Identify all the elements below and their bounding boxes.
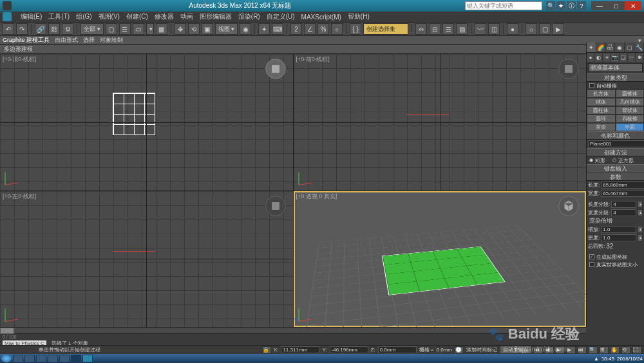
layers-icon[interactable]: ☰ — [442, 23, 454, 35]
taskbar-app-icon[interactable] — [48, 355, 58, 362]
viewport-perspective[interactable]: [+0 透视 0 真实] — [294, 191, 587, 328]
density-input[interactable] — [601, 234, 636, 241]
primitive-pyramid[interactable]: 四棱锥 — [616, 115, 645, 123]
coord-y-input[interactable] — [330, 346, 368, 353]
link-icon[interactable]: 🔗 — [35, 23, 46, 35]
tab-create-icon[interactable]: ✦ — [587, 42, 596, 52]
clock-time[interactable]: 10:45 — [601, 356, 614, 362]
scale-icon[interactable]: ▣ — [202, 23, 213, 35]
radio-rectangle[interactable] — [589, 158, 593, 162]
maximize-vp-icon[interactable]: ⛶ — [632, 346, 641, 354]
radio-square[interactable] — [612, 158, 616, 162]
redo-icon[interactable]: ↷ — [16, 23, 28, 35]
select-region-dropdown[interactable]: ▾ — [146, 23, 154, 35]
time-slider-handle[interactable] — [0, 328, 14, 334]
manipulate-icon[interactable]: ✦ — [258, 23, 270, 35]
section-name-color[interactable]: 名称和颜色 — [587, 131, 644, 140]
tab-utilities-icon[interactable]: 🔧 — [634, 42, 644, 52]
rendered-frame-icon[interactable]: ▢ — [539, 23, 551, 35]
viewport-persp-label[interactable]: [+0 透视 0 真实] — [296, 192, 337, 201]
tab-display-icon[interactable]: ▢ — [625, 42, 634, 52]
spinner-icon[interactable]: ▴ — [638, 201, 643, 208]
tray-icon[interactable]: ▲ — [594, 356, 599, 362]
section-keyboard-entry[interactable]: 键盘输入 — [587, 164, 644, 172]
menu-graph-editors[interactable]: 图形编辑器 — [200, 12, 232, 21]
ribbon-tab-selection[interactable]: 选择 — [83, 36, 95, 44]
primitive-teapot[interactable]: 茶壶 — [587, 123, 616, 131]
spinner-icon[interactable]: ▴ — [638, 234, 643, 241]
section-create-method[interactable]: 创建方法 — [587, 148, 644, 156]
maximize-button[interactable]: □ — [608, 1, 625, 10]
menu-modifiers[interactable]: 修改器 — [155, 12, 174, 21]
render-setup-icon[interactable]: ☼ — [526, 23, 537, 35]
info-icon[interactable]: ⓘ — [567, 1, 576, 10]
viewport-front[interactable]: [+0·前0·线框] — [294, 54, 587, 191]
primitive-tube[interactable]: 管状体 — [616, 106, 645, 115]
primitive-cylinder[interactable]: 圆柱体 — [587, 106, 616, 115]
goto-end-icon[interactable]: ⏭ — [578, 346, 587, 354]
zoom-all-icon[interactable]: ⊞ — [600, 346, 609, 354]
spinner-snap-icon[interactable]: ⟐ — [331, 23, 343, 35]
subtab-lights-icon[interactable]: ☀ — [603, 53, 611, 62]
taskbar-app-icon[interactable] — [36, 355, 46, 362]
select-icon[interactable]: ▢ — [106, 23, 117, 35]
mirror-icon[interactable]: ⇔ — [415, 23, 427, 35]
category-dropdown[interactable]: 标准基本体 — [588, 63, 643, 72]
subtab-systems-icon[interactable]: ✱ — [636, 53, 644, 62]
subtab-helpers-icon[interactable]: ❏ — [620, 53, 628, 62]
primitive-sphere[interactable]: 球体 — [587, 98, 616, 106]
ribbon-tab-graphite[interactable]: Graphite 建模工具 — [3, 36, 50, 44]
tab-motion-icon[interactable]: ◉ — [615, 42, 625, 52]
unlink-icon[interactable]: ⛓ — [48, 23, 60, 35]
primitive-torus[interactable]: 圆环 — [587, 115, 616, 123]
orbit-icon[interactable]: ⟲ — [621, 346, 630, 354]
lock-icon[interactable]: 🔒 — [262, 346, 271, 354]
menu-animation[interactable]: 动画 — [180, 12, 193, 21]
close-button[interactable]: ✕ — [625, 1, 641, 10]
keyboard-shortcut-icon[interactable]: ⌨ — [272, 23, 283, 35]
select-by-name-icon[interactable]: ☰ — [119, 23, 131, 35]
material-editor-icon[interactable]: ● — [507, 23, 518, 35]
viewport-front-label[interactable]: [+0·前0·线框] — [296, 55, 330, 64]
curve-editor-icon[interactable]: 〰 — [475, 23, 486, 35]
menu-help[interactable]: 帮助(H) — [348, 12, 370, 21]
primitive-box[interactable]: 长方体 — [587, 89, 616, 98]
coord-x-input[interactable] — [281, 346, 319, 353]
section-parameters[interactable]: 参数 — [587, 172, 644, 181]
search-icon[interactable]: 🔍 — [546, 1, 555, 10]
add-time-tag-button[interactable]: 添加时间标记 — [466, 346, 497, 353]
gen-mapping-checkbox[interactable] — [589, 254, 594, 259]
viewport-left-label[interactable]: [+0·左0·线框] — [3, 192, 36, 201]
subtab-space-warps-icon[interactable]: 〰 — [628, 53, 636, 62]
help-search-input[interactable] — [465, 1, 542, 10]
named-sel-set-icon[interactable]: { } — [350, 23, 361, 35]
use-center-icon[interactable]: ◉ — [240, 23, 251, 35]
primitive-plane[interactable]: 平面 — [616, 123, 645, 131]
minimize-button[interactable]: — — [591, 1, 608, 10]
tab-hierarchy-icon[interactable]: 品 — [606, 42, 616, 52]
length-input[interactable] — [601, 182, 644, 189]
render-icon[interactable]: ▶ — [553, 23, 564, 35]
menu-group[interactable]: 组(G) — [76, 12, 91, 21]
selection-set-dropdown[interactable]: 创建选择集 — [363, 23, 408, 35]
viewcube-icon[interactable] — [558, 195, 580, 217]
scale-input[interactable] — [601, 226, 636, 233]
star-icon[interactable]: ★ — [556, 1, 565, 10]
menu-edit[interactable]: 编辑(E) — [21, 12, 42, 21]
auto-grid-checkbox[interactable] — [589, 83, 594, 88]
spinner-icon[interactable]: ▴ — [638, 226, 643, 233]
subtab-geometry-icon[interactable]: ● — [587, 53, 595, 62]
app-menu-icon[interactable] — [3, 12, 12, 21]
graphite-icon[interactable]: ▤ — [456, 23, 468, 35]
menu-maxscript[interactable]: MAXScript(M) — [301, 14, 341, 21]
window-crossing-icon[interactable]: ▦ — [156, 23, 167, 35]
real-world-checkbox[interactable] — [589, 262, 594, 267]
zoom-icon[interactable]: 🔍 — [589, 346, 598, 354]
taskbar-ie-icon[interactable] — [24, 355, 35, 362]
viewport-top-label[interactable]: [+0·顶0·线框] — [3, 55, 36, 64]
start-button[interactable] — [1, 355, 12, 362]
width-segs-input[interactable] — [611, 209, 636, 216]
taskbar-app-icon[interactable] — [59, 355, 70, 362]
menu-create[interactable]: 创建(C) — [126, 12, 148, 21]
clock-date[interactable]: 2016/10/24 — [617, 356, 643, 362]
